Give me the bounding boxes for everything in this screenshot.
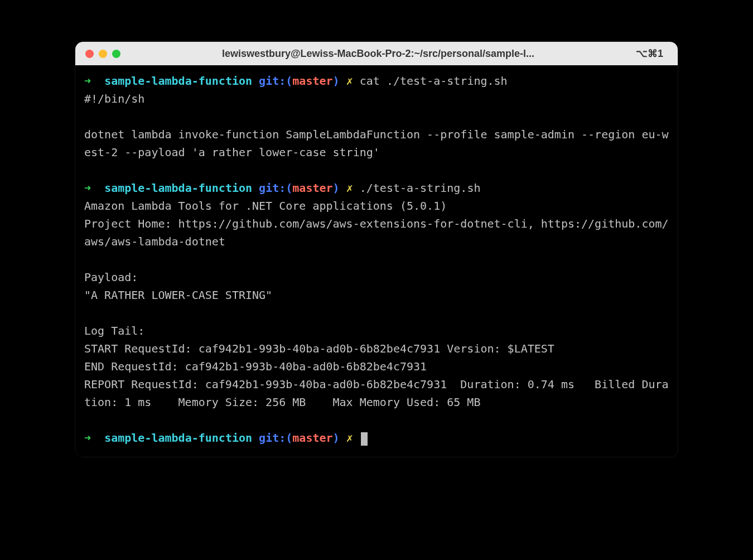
output-line: #!/bin/sh: [84, 92, 144, 105]
prompt-arrow-icon: ➜: [84, 431, 91, 445]
output-line: "A RATHER LOWER-CASE STRING": [84, 288, 272, 302]
prompt-cwd: sample-lambda-function: [104, 431, 252, 445]
prompt-git-paren-open: (: [286, 431, 292, 445]
window-shortcut: ⌥⌘1: [636, 47, 663, 60]
prompt-git-label: git:: [259, 431, 286, 445]
prompt-dirty-icon: ✗: [346, 74, 353, 88]
prompt-cwd: sample-lambda-function: [104, 74, 252, 88]
titlebar: lewiswestbury@Lewiss-MacBook-Pro-2:~/src…: [75, 42, 678, 65]
prompt-git-paren-open: (: [286, 74, 292, 88]
command-1: cat ./test-a-string.sh: [360, 74, 508, 88]
prompt-git-paren-close: ): [333, 431, 340, 445]
output-line: REPORT RequestId: caf942b1-993b-40ba-ad0…: [84, 378, 669, 409]
output-line: Project Home: https://github.com/aws/aws…: [84, 217, 669, 248]
command-2: ./test-a-string.sh: [360, 181, 481, 195]
prompt-arrow-icon: ➜: [84, 181, 91, 195]
window-title: lewiswestbury@Lewiss-MacBook-Pro-2:~/src…: [126, 48, 631, 60]
minimize-icon[interactable]: [99, 50, 107, 58]
prompt-git-paren-open: (: [286, 181, 292, 195]
output-line: Log Tail:: [84, 324, 144, 337]
traffic-lights: [85, 50, 120, 58]
prompt-git-branch: master: [292, 181, 332, 195]
prompt-dirty-icon: ✗: [346, 181, 353, 195]
maximize-icon[interactable]: [112, 50, 120, 58]
output-line: END RequestId: caf942b1-993b-40ba-ad0b-6…: [84, 360, 427, 373]
prompt-dirty-icon: ✗: [346, 431, 353, 445]
terminal-body[interactable]: ➜ sample-lambda-function git:(master) ✗ …: [75, 65, 678, 457]
prompt-git-paren-close: ): [333, 74, 340, 88]
prompt-cwd: sample-lambda-function: [104, 181, 252, 195]
prompt-git-branch: master: [292, 431, 332, 445]
output-line: Amazon Lambda Tools for .NET Core applic…: [84, 199, 447, 213]
cursor-icon: [361, 432, 368, 446]
output-line: dotnet lambda invoke-function SampleLamb…: [84, 128, 669, 159]
close-icon[interactable]: [85, 50, 94, 58]
output-line: START RequestId: caf942b1-993b-40ba-ad0b…: [84, 342, 554, 355]
prompt-git-paren-close: ): [333, 181, 340, 195]
prompt-git-branch: master: [292, 74, 332, 88]
prompt-git-label: git:: [259, 181, 286, 195]
terminal-window: lewiswestbury@Lewiss-MacBook-Pro-2:~/src…: [75, 42, 678, 457]
output-line: Payload:: [84, 271, 138, 284]
prompt-git-label: git:: [259, 74, 286, 88]
prompt-arrow-icon: ➜: [84, 74, 91, 88]
